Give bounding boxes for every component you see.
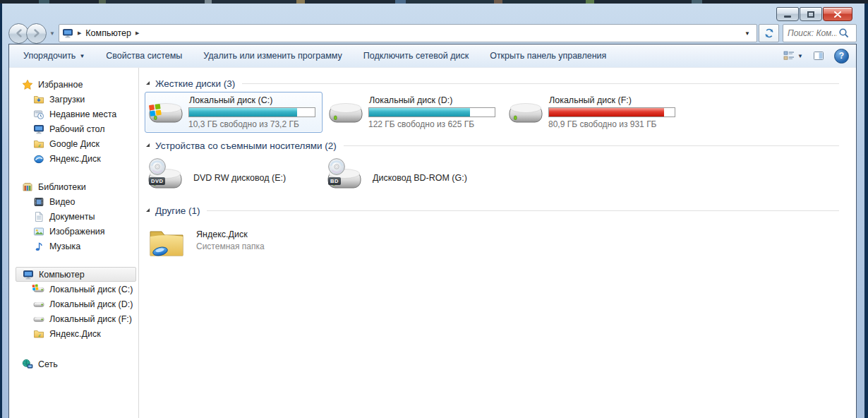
group-header-removable[interactable]: Устройства со съемными носителями (2) — [145, 138, 846, 153]
sidebar-item-local-disk-d[interactable]: Локальный диск (D:) — [9, 297, 138, 311]
help-button[interactable]: ? — [834, 49, 849, 64]
recent-pages-dropdown[interactable]: ▼ — [49, 30, 55, 37]
chevron-down-icon: ▼ — [79, 53, 85, 59]
group-rule — [344, 145, 839, 146]
group-title: Жесткие диски (3) — [155, 78, 235, 89]
sidebar-label: Видео — [49, 197, 76, 207]
sidebar-item-local-disk-c[interactable]: Локальный диск (C:) — [9, 282, 138, 297]
search-icon[interactable] — [838, 28, 850, 39]
computer-icon — [62, 28, 73, 39]
search-box[interactable] — [783, 24, 857, 42]
collapse-triangle-icon[interactable] — [146, 143, 150, 147]
breadcrumb-arrow-icon[interactable]: ▶ — [135, 30, 139, 36]
dvd-badge: DVD — [149, 177, 165, 185]
capacity-bar — [188, 107, 315, 117]
map-network-drive-button[interactable]: Подключить сетевой диск — [363, 51, 469, 61]
organize-label: Упорядочить — [23, 51, 76, 61]
window-body: Избранное Загрузки Недавние места Рабочи… — [9, 68, 856, 418]
drive-free-space: 122 ГБ свободно из 625 ГБ — [368, 119, 495, 129]
collapse-triangle-icon[interactable] — [146, 208, 150, 212]
restore-icon — [807, 11, 814, 18]
drive-tile-c[interactable]: Локальный диск (C:) 10,3 ГБ свободно из … — [145, 92, 323, 133]
sidebar-label: Документы — [49, 212, 95, 222]
toolbar-right-icons: ▼ ? — [783, 49, 849, 64]
sidebar-label: Рабочий стол — [49, 124, 104, 134]
change-view-button[interactable]: ▼ — [783, 50, 803, 61]
device-tile-bd[interactable]: BD Дисковод BD-ROM (G:) — [324, 160, 500, 196]
explorer-window: ▼ ▶ Компьютер ▶ ▼ Упорядочить ▼ Свойства… — [0, 4, 868, 418]
sidebar-label: Локальный диск (D:) — [49, 299, 133, 309]
sidebar-item-documents[interactable]: Документы — [9, 209, 138, 224]
drive-tile-f[interactable]: Локальный диск (F:) 80,9 ГБ свободно из … — [505, 92, 682, 133]
windows-flag-icon — [32, 284, 39, 291]
sidebar-label: Локальный диск (C:) — [49, 285, 133, 294]
drive-tile-d[interactable]: Локальный диск (D:) 122 ГБ свободно из 6… — [325, 92, 502, 133]
sidebar-section-favorites[interactable]: Избранное — [9, 77, 138, 92]
system-properties-button[interactable]: Свойства системы — [106, 51, 182, 61]
downloads-folder-icon — [33, 94, 44, 105]
removable-devices-row: DVD DVD RW дисковод (E:) BD Дисковод BD-… — [145, 160, 846, 196]
sidebar-item-local-disk-f[interactable]: Локальный диск (F:) — [9, 311, 138, 326]
restore-button[interactable] — [800, 7, 822, 21]
group-rule — [207, 210, 839, 211]
sidebar-section-network[interactable]: Сеть — [9, 357, 138, 371]
optical-disc-icon — [148, 157, 167, 176]
sidebar-item-yandex-disk[interactable]: Яндекс.Диск — [9, 151, 138, 166]
minimize-button[interactable] — [776, 7, 799, 21]
sidebar-item-recent-places[interactable]: Недавние места — [9, 107, 138, 121]
forward-button[interactable] — [26, 23, 47, 44]
uninstall-program-button[interactable]: Удалить или изменить программу — [203, 51, 342, 61]
sidebar-section-computer[interactable]: Компьютер — [16, 267, 136, 282]
search-input[interactable] — [786, 28, 838, 39]
sidebar-label: Изображения — [49, 227, 105, 237]
device-tile-dvd[interactable]: DVD DVD RW дисковод (E:) — [145, 160, 321, 196]
drive-body-icon — [507, 97, 544, 129]
drive-body-icon — [327, 97, 364, 129]
sidebar-section-libraries[interactable]: Библиотеки — [9, 179, 138, 194]
yandex-disk-item[interactable]: Яндекс.Диск Системная папка — [146, 225, 846, 258]
sidebar-item-google-drive[interactable]: Google Диск — [9, 136, 138, 151]
address-dropdown-button[interactable]: ▼ — [740, 25, 755, 42]
yandex-folder-icon — [33, 328, 44, 340]
sidebar-label: Яндекс.Диск — [49, 154, 101, 164]
organize-menu[interactable]: Упорядочить ▼ — [23, 51, 85, 61]
optical-disc-icon — [327, 157, 346, 176]
command-toolbar: Упорядочить ▼ Свойства системы Удалить и… — [9, 44, 856, 68]
breadcrumb-computer[interactable]: Компьютер — [85, 28, 131, 38]
collapse-triangle-icon[interactable] — [146, 81, 150, 85]
sidebar-item-yandex-disk-folder[interactable]: Яндекс.Диск — [9, 326, 138, 341]
open-control-panel-button[interactable]: Открыть панель управления — [490, 51, 606, 61]
refresh-icon — [764, 28, 775, 39]
sidebar-label: Google Диск — [49, 139, 100, 149]
sidebar-label: Загрузки — [49, 95, 85, 104]
yandex-folder-icon — [148, 226, 185, 258]
group-title: Другие (1) — [155, 205, 200, 216]
sidebar-item-pictures[interactable]: Изображения — [9, 224, 138, 239]
group-rule — [242, 83, 839, 84]
pictures-icon — [33, 226, 44, 237]
sidebar-label: Недавние места — [49, 109, 116, 119]
bd-drive-icon: BD — [326, 162, 363, 195]
capacity-bar — [548, 107, 675, 117]
item-info: Яндекс.Диск Системная папка — [196, 225, 265, 258]
chevron-down-icon: ▼ — [797, 53, 803, 59]
group-header-other[interactable]: Другие (1) — [145, 203, 846, 217]
sidebar-item-video[interactable]: Видео — [9, 194, 138, 209]
window-controls — [776, 7, 852, 21]
desktop-icon — [33, 124, 44, 135]
group-header-hard-disks[interactable]: Жесткие диски (3) — [145, 76, 846, 90]
breadcrumb-arrow-icon[interactable]: ▶ — [78, 30, 81, 36]
folder-icon — [148, 226, 185, 258]
capacity-bar — [368, 107, 495, 117]
close-button[interactable] — [823, 7, 852, 21]
sidebar-item-music[interactable]: Музыка — [9, 239, 138, 253]
sidebar-item-downloads[interactable]: Загрузки — [9, 92, 138, 107]
address-bar[interactable]: ▶ Компьютер ▶ ▼ — [59, 24, 757, 42]
hard-drive-icon — [327, 97, 364, 129]
drive-name: Локальный диск (F:) — [549, 95, 675, 105]
refresh-button[interactable] — [759, 24, 779, 42]
forward-icon — [31, 28, 42, 39]
preview-pane-button[interactable] — [813, 50, 824, 61]
sidebar-item-desktop[interactable]: Рабочий стол — [9, 121, 138, 136]
item-subtitle: Системная папка — [196, 241, 265, 251]
